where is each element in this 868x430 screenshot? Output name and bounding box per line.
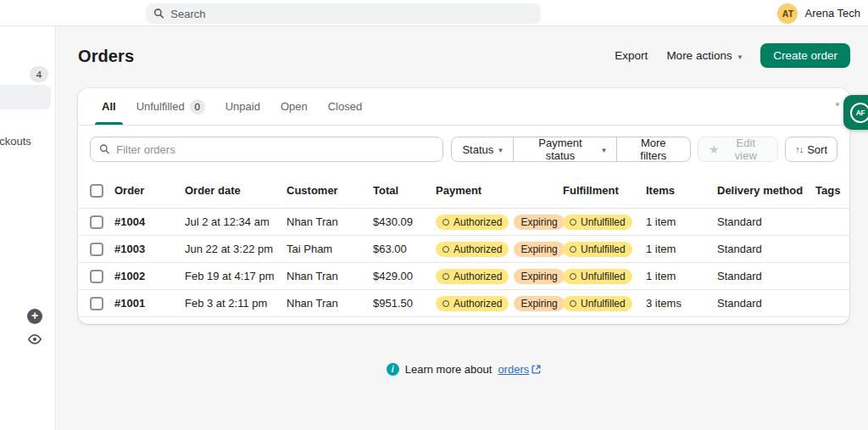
payment-expiring-badge: Expiring [514, 296, 564, 311]
search-icon [99, 143, 110, 155]
plus-icon: + [31, 309, 38, 322]
search-icon [153, 8, 164, 20]
col-delivery-method: Delivery method [717, 184, 815, 197]
eye-icon [27, 332, 42, 347]
learn-more-footer: i Learn more about orders [78, 363, 849, 376]
status-ring-icon [442, 219, 449, 226]
chevron-down-icon: ▾ [738, 53, 743, 61]
delivery-method: Standard [717, 243, 815, 255]
order-id[interactable]: #1004 [114, 215, 185, 228]
tab-all-label: All [102, 100, 116, 113]
col-items: Items [646, 184, 717, 197]
sort-label: Sort [807, 143, 827, 156]
add-sales-channel-button[interactable]: + [27, 309, 42, 324]
learn-more-text: Learn more about [405, 363, 492, 376]
items-count: 1 item [646, 243, 717, 255]
filter-orders-input[interactable] [116, 143, 434, 156]
filter-button-group: Status▾ Payment status▾ More filters [451, 137, 690, 162]
order-date: Feb 3 at 2:11 pm [185, 297, 287, 310]
fulfillment-status-badge: Unfulfilled [563, 242, 632, 257]
payment-status-badge: Authorized [436, 296, 509, 311]
edit-view-button[interactable]: ★Edit view [698, 137, 778, 162]
orders-help-link[interactable]: orders [498, 363, 541, 376]
row-checkbox[interactable] [90, 270, 103, 283]
sidebar-item-checkouts[interactable]: eckouts [0, 135, 31, 148]
export-button[interactable]: Export [615, 49, 648, 62]
preview-store-button[interactable] [27, 332, 42, 347]
global-search-input[interactable] [170, 8, 533, 20]
payment-expiring-badge: Expiring [514, 215, 564, 230]
col-order-date: Order date [185, 184, 287, 197]
edit-view-label: Edit view [724, 137, 767, 162]
more-filters-label: More filters [627, 137, 680, 162]
more-actions-label: More actions [666, 49, 732, 62]
chat-widget-logo-icon: AF [850, 103, 868, 123]
orders-link-label: orders [498, 363, 529, 376]
order-row[interactable]: #1002 Feb 19 at 4:17 pm Nhan Tran $429.0… [78, 263, 849, 290]
payment-status-badge: Authorized [436, 215, 509, 230]
info-icon: i [387, 363, 399, 376]
more-actions-button[interactable]: More actions▾ [666, 49, 742, 62]
tab-open-label: Open [281, 100, 308, 113]
fulfillment-status-badge: Unfulfilled [563, 296, 632, 311]
col-order: Order [114, 184, 185, 197]
status-filter-label: Status [462, 143, 493, 156]
status-filter-button[interactable]: Status▾ [451, 137, 513, 162]
payment-status-label: Authorized [453, 271, 502, 282]
items-count: 1 item [646, 215, 717, 228]
status-ring-icon [442, 246, 449, 253]
global-search[interactable] [146, 3, 541, 24]
items-count: 1 item [646, 270, 717, 282]
more-filters-button[interactable]: More filters [616, 137, 691, 162]
chat-widget-button[interactable]: AF [843, 95, 868, 130]
fulfillment-status-badge: Unfulfilled [563, 215, 632, 230]
tab-closed-label: Closed [328, 100, 362, 113]
delivery-method: Standard [717, 215, 815, 228]
items-count: 3 items [646, 297, 717, 310]
filter-orders-field[interactable] [90, 137, 443, 162]
order-row[interactable]: #1004 Jul 2 at 12:34 am Nhan Tran $430.0… [78, 209, 849, 236]
create-order-button[interactable]: Create order [760, 43, 850, 68]
order-row[interactable]: #1003 Jun 22 at 3:22 pm Tai Pham $63.00 … [78, 236, 849, 263]
select-all-checkbox[interactable] [90, 184, 103, 198]
tab-all[interactable]: All [92, 88, 126, 125]
payment-expiring-badge: Expiring [514, 269, 564, 284]
order-id[interactable]: #1002 [114, 270, 185, 282]
tab-unfulfilled-count: 0 [190, 99, 205, 114]
order-total: $430.09 [373, 215, 436, 228]
row-checkbox[interactable] [90, 297, 103, 310]
filter-bar: Status▾ Payment status▾ More filters ★Ed… [78, 126, 849, 173]
tab-unfulfilled[interactable]: Unfulfilled0 [126, 88, 215, 125]
status-ring-icon [570, 219, 576, 226]
payment-status-label: Authorized [453, 243, 502, 255]
row-checkbox[interactable] [90, 243, 103, 256]
account-name: Arena Tech [804, 7, 860, 20]
card-footer-strip [78, 317, 849, 324]
view-tabs: All Unfulfilled0 Unpaid Open Closed [78, 88, 849, 126]
payment-status-label: Authorized [453, 298, 502, 310]
status-ring-icon [570, 273, 576, 280]
order-date: Jun 22 at 3:22 pm [185, 243, 287, 255]
order-id[interactable]: #1003 [114, 243, 185, 255]
tab-unfulfilled-label: Unfulfilled [136, 100, 185, 113]
col-customer: Customer [287, 184, 373, 197]
sort-button[interactable]: ↑↓Sort [785, 137, 837, 162]
row-checkbox[interactable] [90, 215, 103, 229]
order-date: Feb 19 at 4:17 pm [185, 270, 287, 282]
tab-open[interactable]: Open [270, 88, 318, 125]
export-label: Export [615, 49, 648, 62]
sidebar: 4 eckouts + [0, 26, 56, 430]
account-menu[interactable]: AT Arena Tech [777, 3, 860, 24]
payment-status-filter-button[interactable]: Payment status▾ [513, 137, 617, 162]
status-ring-icon [570, 300, 576, 307]
sidebar-item-selected[interactable] [0, 85, 51, 109]
payment-expiring-badge: Expiring [514, 242, 564, 257]
orders-card: All Unfulfilled0 Unpaid Open Closed Stat… [78, 88, 849, 324]
order-row[interactable]: #1001 Feb 3 at 2:11 pm Nhan Tran $951.50… [78, 290, 849, 317]
delivery-method: Standard [717, 270, 815, 282]
payment-status-badge: Authorized [436, 269, 509, 284]
order-id[interactable]: #1001 [114, 297, 185, 310]
tab-closed[interactable]: Closed [318, 88, 372, 125]
chat-widget-dot [836, 103, 839, 106]
tab-unpaid[interactable]: Unpaid [215, 88, 270, 125]
